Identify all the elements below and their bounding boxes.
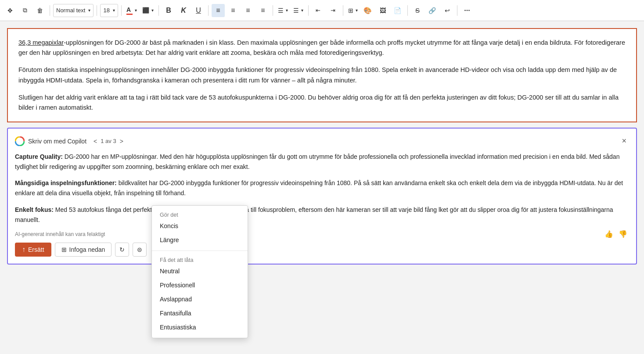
- font-color-icon: A: [126, 6, 133, 15]
- copilot-panel: Skriv om med Copilot < 1 av 3 > × Captur…: [7, 128, 637, 265]
- numbered-chevron-icon: ▾: [301, 8, 303, 13]
- move-button[interactable]: ✥: [4, 4, 17, 17]
- dropdown-neutral-item[interactable]: Neutral: [152, 264, 248, 278]
- thumbs-down-button[interactable]: 👎: [618, 229, 628, 239]
- italic-button[interactable]: K: [177, 4, 190, 17]
- dropdown-avslappnad-item[interactable]: Avslappnad: [152, 292, 248, 306]
- ersatt-label: Ersätt: [28, 246, 44, 253]
- dropdown-fa-det-header: Få det att låta: [152, 254, 248, 264]
- copilot-paragraph-3: Enkelt fokus: Med 53 autofokus fånga det…: [15, 205, 629, 225]
- separator-8: [343, 5, 343, 16]
- table-chevron-icon: ▾: [356, 8, 358, 13]
- ersatt-button[interactable]: ↑ Ersätt: [15, 243, 51, 257]
- underline-button[interactable]: U: [192, 4, 205, 17]
- copilot-title-label: Skriv om med Copilot: [28, 138, 86, 145]
- separator-9: [407, 5, 408, 16]
- font-color-button[interactable]: A ▾: [125, 4, 139, 17]
- highlight-button[interactable]: ⬛ ▾: [140, 4, 155, 17]
- indent-decrease-button[interactable]: ⇤: [312, 4, 325, 17]
- paragraph-1: 36,3 megapixlar-upplösningen för DG-2000…: [18, 38, 626, 58]
- align-right-button[interactable]: ≡: [241, 4, 255, 17]
- separator-7: [308, 5, 309, 16]
- paragraph-2: Förutom den statiska inspelningsupplösni…: [18, 65, 626, 85]
- separator-3: [121, 5, 122, 16]
- separator-6: [273, 5, 273, 16]
- copilot-p3-text: Med 53 autofokus fånga det perfekta till…: [15, 206, 613, 223]
- bullet-list-button[interactable]: ☰ ▾: [276, 4, 290, 17]
- copilot-logo: [15, 136, 25, 146]
- font-selector[interactable]: Normal text ▾: [53, 4, 94, 17]
- infoga-button[interactable]: ⊞ Infoga nedan: [55, 243, 112, 257]
- align-justify-button[interactable]: ≡: [256, 4, 270, 17]
- font-size-label: 18: [103, 7, 109, 14]
- table-icon: ⊞: [348, 7, 353, 14]
- font-name-label: Normal text: [56, 7, 85, 14]
- bullet-chevron-icon: ▾: [286, 8, 288, 13]
- delete-button[interactable]: 🗑: [33, 4, 47, 17]
- indent-increase-button[interactable]: ⇥: [327, 4, 340, 17]
- document-area: 36,3 megapixlar-upplösningen för DG-2000…: [0, 21, 644, 354]
- separator-10: [457, 5, 457, 16]
- numbered-list-icon: ☰: [293, 7, 299, 14]
- dropdown-section-1: Gör det Koncis Längre: [152, 207, 248, 249]
- copilot-thumbs: 👍 👎: [604, 229, 628, 239]
- ai-disclaimer-label: AI-genererat innehåll kan vara felaktigt: [15, 231, 629, 237]
- dropdown-divider-1: [152, 250, 248, 251]
- doc-button[interactable]: 📄: [391, 4, 404, 17]
- text-content-box: 36,3 megapixlar-upplösningen för DG-2000…: [7, 28, 637, 122]
- align-center-button[interactable]: ≡: [227, 4, 240, 17]
- toolbar: ✥ ⧉ 🗑 Normal text ▾ 18 ▾ A ▾ ⬛ ▾ B K U ≡…: [0, 0, 644, 21]
- separator-5: [208, 5, 209, 16]
- copilot-paragraph-1: Capture Quality: DG-2000 har en MP-upplö…: [15, 152, 629, 172]
- image-button[interactable]: 🖼: [376, 4, 389, 17]
- link-button[interactable]: 🔗: [426, 4, 439, 17]
- copilot-header: Skriv om med Copilot < 1 av 3 > ×: [15, 136, 629, 147]
- copilot-close-button[interactable]: ×: [619, 136, 629, 147]
- numbered-list-button[interactable]: ☰ ▾: [291, 4, 305, 17]
- copilot-counter-label: 1 av 3: [101, 138, 116, 144]
- infoga-label: Infoga nedan: [69, 246, 105, 253]
- bold-button[interactable]: B: [162, 4, 175, 17]
- ersatt-icon: ↑: [22, 246, 25, 254]
- copilot-nav: < 1 av 3 >: [92, 137, 125, 146]
- copilot-paragraph-2: Mångsidiga inspelningsfunktioner: bildkv…: [15, 178, 629, 198]
- megapixlar-link[interactable]: 36,3 megapixlar: [18, 39, 64, 46]
- copilot-p2-bold: Mångsidiga inspelningsfunktioner:: [15, 179, 117, 186]
- refresh-icon: ↻: [119, 246, 125, 253]
- separator-1: [50, 5, 50, 16]
- separator-4: [158, 5, 159, 16]
- settings-icon: ⊜: [137, 246, 142, 253]
- arrow-back-button[interactable]: ↩: [441, 4, 454, 17]
- align-left-button[interactable]: ≡: [212, 4, 225, 17]
- copilot-next-button[interactable]: >: [118, 137, 125, 146]
- copy-button[interactable]: ⧉: [18, 4, 32, 17]
- bullet-list-icon: ☰: [278, 7, 284, 14]
- strikethrough-button[interactable]: S: [411, 4, 424, 17]
- settings-button[interactable]: ⊜: [133, 243, 147, 257]
- more-button[interactable]: ···: [461, 4, 474, 17]
- highlight-icon: ⬛: [142, 7, 149, 14]
- table-button[interactable]: ⊞ ▾: [346, 4, 360, 17]
- dropdown-koncis-item[interactable]: Koncis: [152, 219, 248, 233]
- font-chevron-icon: ▾: [88, 8, 90, 13]
- copilot-body: Capture Quality: DG-2000 har en MP-upplö…: [15, 152, 629, 225]
- refresh-button[interactable]: ↻: [115, 243, 129, 257]
- copilot-p1-bold: Capture Quality:: [15, 153, 63, 160]
- dropdown-entusiastiska-item[interactable]: Entusiastiska: [152, 320, 248, 334]
- font-size-chevron-icon: ▾: [113, 8, 115, 13]
- dropdown-gor-det-header: Gör det: [152, 209, 248, 219]
- dropdown-menu: Gör det Koncis Längre Få det att låta Ne…: [151, 205, 248, 338]
- infoga-icon: ⊞: [61, 246, 67, 253]
- highlight-chevron-icon: ▾: [151, 8, 154, 13]
- dropdown-professionell-item[interactable]: Professionell: [152, 278, 248, 292]
- dropdown-langre-item[interactable]: Längre: [152, 233, 248, 247]
- copilot-p3-bold: Enkelt fokus:: [15, 206, 54, 213]
- color-palette-button[interactable]: 🎨: [361, 4, 374, 17]
- paragraph-3: Slutligen har det aldrig varit enklare a…: [18, 93, 626, 113]
- thumbs-up-button[interactable]: 👍: [604, 229, 614, 239]
- font-size-selector[interactable]: 18 ▾: [100, 4, 118, 17]
- copilot-prev-button[interactable]: <: [92, 137, 99, 146]
- dropdown-fantasifulla-item[interactable]: Fantasifulla: [152, 306, 248, 320]
- dropdown-section-2: Få det att låta Neutral Professionell Av…: [152, 253, 248, 336]
- separator-2: [97, 5, 97, 16]
